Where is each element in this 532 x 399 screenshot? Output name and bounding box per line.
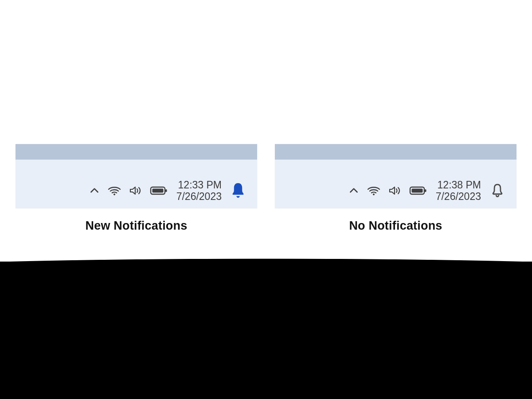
svg-point-0: [113, 194, 115, 196]
clock-time: 12:33 PM: [178, 179, 222, 191]
clock-date: 7/26/2023: [176, 191, 222, 202]
example-no-notifications: 12:38 PM 7/26/2023 No Notifications: [275, 144, 516, 233]
battery-icon[interactable]: [409, 186, 427, 196]
caption-no-notifications: No Notifications: [349, 219, 442, 233]
taskbar-screenshot-none: 12:38 PM 7/26/2023: [275, 144, 516, 208]
system-tray: 12:33 PM 7/26/2023: [16, 173, 257, 208]
svg-rect-6: [411, 189, 422, 193]
wifi-icon[interactable]: [367, 185, 381, 196]
caption-new-notifications: New Notifications: [86, 219, 188, 233]
taskbar-clock[interactable]: 12:38 PM 7/26/2023: [436, 179, 481, 203]
svg-rect-3: [165, 189, 167, 192]
svg-rect-2: [152, 189, 163, 193]
footer-black-band: [0, 262, 532, 399]
notification-bell-filled-icon[interactable]: [229, 182, 247, 200]
battery-icon[interactable]: [150, 186, 168, 196]
example-new-notifications: 12:33 PM 7/26/2023 New Notifications: [16, 144, 257, 233]
clock-time: 12:38 PM: [438, 179, 481, 191]
chevron-up-icon[interactable]: [89, 185, 100, 196]
window-titlebar-strip: [16, 144, 257, 160]
clock-date: 7/26/2023: [436, 191, 481, 202]
svg-rect-7: [425, 189, 426, 192]
notification-bell-outline-icon[interactable]: [488, 183, 507, 199]
wifi-icon[interactable]: [107, 185, 121, 196]
svg-point-4: [373, 194, 375, 196]
taskbar-clock[interactable]: 12:33 PM 7/26/2023: [176, 179, 222, 203]
taskbar-screenshot-new: 12:33 PM 7/26/2023: [16, 144, 257, 208]
system-tray: 12:38 PM 7/26/2023: [275, 173, 516, 208]
speaker-icon[interactable]: [388, 185, 402, 196]
window-titlebar-strip: [275, 144, 516, 160]
chevron-up-icon[interactable]: [348, 185, 360, 196]
speaker-icon[interactable]: [129, 185, 143, 196]
